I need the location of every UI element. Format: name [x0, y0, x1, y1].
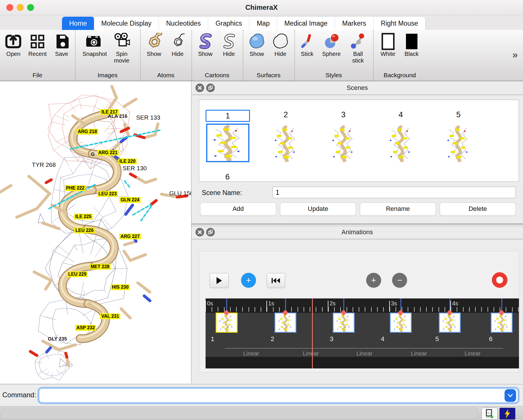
ruler-time-label: 2s	[330, 300, 336, 307]
animation-timeline[interactable]: 0s1s2s3s4s123456LinearLinearLinearLinear…	[206, 298, 519, 368]
residue-label-ala-216: ALA 216	[108, 113, 127, 119]
toolbar-button-label: Black	[405, 51, 419, 57]
scene-number[interactable]: 3	[341, 110, 345, 119]
toolbar-button-atoms-hide[interactable]: Hide	[169, 33, 186, 57]
toolbar-button-atoms-show[interactable]: Show	[145, 33, 163, 57]
command-input-focus-ring	[37, 387, 520, 404]
record-button[interactable]	[492, 272, 507, 288]
residue-label-his-230: HIS 230	[111, 284, 130, 290]
movie-camera-icon	[113, 33, 130, 50]
lightning-button[interactable]	[499, 408, 516, 420]
timeline-playhead[interactable]	[312, 298, 313, 368]
toolbar-button-label: Recent	[28, 51, 46, 57]
residue-label-arg-221: ARG 221	[97, 150, 119, 156]
residue-label-ile-220: ILE 220	[118, 158, 137, 164]
ruler-tick	[340, 307, 341, 312]
toolbar-group-cartoons: ShowHideCartoons	[191, 30, 243, 81]
toolbar-group-name: Images	[75, 72, 140, 79]
zoom-out-timeline-button[interactable]: −	[392, 273, 407, 288]
ruler-tick	[408, 307, 408, 312]
keyframe-number: 2	[271, 335, 274, 343]
atoms-hide-icon	[169, 33, 186, 50]
ruler-major-tick	[450, 301, 451, 312]
delete-button[interactable]: Delete	[440, 203, 516, 216]
transition-label: Linear	[411, 350, 427, 357]
residue-label-arg-218: ARG 218	[77, 129, 98, 135]
add-keyframe-button[interactable]: +	[241, 273, 256, 288]
toolbar-button-images-spin-movie[interactable]: Spin movie	[111, 33, 133, 64]
play-button[interactable]	[210, 273, 229, 288]
rename-button[interactable]: Rename	[360, 203, 436, 216]
ruler-tick	[506, 307, 506, 312]
toolbar-button-styles-stick[interactable]: Stick	[298, 33, 316, 57]
chimerax-window: ChimeraX HomeMolecule DisplayNucleotides…	[0, 0, 523, 420]
tab-molecule-display[interactable]: Molecule Display	[94, 17, 159, 30]
tab-markers[interactable]: Markers	[335, 17, 374, 30]
ruler-tick	[414, 307, 415, 312]
toolbar-button-background-white[interactable]: White	[379, 33, 397, 57]
toolbar-button-file-recent[interactable]: Recent	[28, 33, 46, 57]
ruler-tick	[322, 307, 323, 312]
ruler-tick	[518, 307, 519, 312]
save-icon	[53, 33, 70, 50]
ruler-tick	[432, 307, 433, 312]
tab-graphics[interactable]: Graphics	[208, 17, 249, 30]
command-label: Command:	[2, 391, 36, 399]
toolbar-button-label: Hide	[172, 51, 183, 57]
ruler-major-tick	[328, 301, 328, 312]
scene-thumbnail-1[interactable]	[206, 124, 249, 162]
scene-number-partial[interactable]: 6	[225, 173, 229, 181]
scene-number[interactable]: 4	[398, 110, 403, 119]
add-button[interactable]: Add	[200, 203, 276, 216]
command-input[interactable]	[43, 389, 488, 402]
toolbar-overflow-icon[interactable]: »	[512, 49, 518, 60]
ruler-tick	[353, 307, 353, 312]
update-button[interactable]: Update	[280, 203, 356, 216]
toolbar-button-styles-sphere[interactable]: Sphere	[322, 33, 341, 57]
tab-right-mouse[interactable]: Right Mouse	[374, 17, 426, 30]
scene-thumbnail-3[interactable]	[328, 125, 359, 162]
command-history-dropdown[interactable]	[505, 389, 516, 402]
ruler-tick	[261, 307, 261, 312]
tab-map[interactable]: Map	[249, 17, 277, 30]
timeline-ruler[interactable]	[206, 298, 519, 313]
scenes-list[interactable]: 123456	[199, 100, 519, 182]
toolbar-button-label: Spin movie	[111, 51, 133, 64]
scene-number[interactable]: 5	[456, 110, 460, 119]
residue-label-ser-133: SER 133	[136, 114, 160, 121]
scenes-panel-header: Scenes	[191, 81, 523, 95]
toolbar-button-file-open[interactable]: Open	[5, 33, 22, 57]
scene-thumbnail-2[interactable]	[270, 125, 302, 162]
toolbar-button-surfaces-show[interactable]: Show	[248, 33, 266, 57]
tab-nucleotides[interactable]: Nucleotides	[159, 17, 208, 30]
toolbar-button-images-snapshot[interactable]: Snapshot	[82, 33, 104, 57]
tab-medical-image[interactable]: Medical Image	[277, 17, 335, 30]
toolbar-group-name: Cartoons	[191, 72, 243, 79]
toolbar-button-file-save[interactable]: Save	[53, 33, 70, 57]
residue-label-val-231: VAL 231	[100, 313, 120, 319]
graphics-viewport[interactable]: ILE 217ALA 216SER 133ARG 218GARG 221ILE …	[0, 81, 191, 383]
scene-thumbnail-4[interactable]	[385, 125, 417, 162]
ruler-time-label: 3s	[391, 300, 397, 307]
scene-name-input[interactable]	[272, 187, 516, 198]
toolbar-button-cartoons-hide[interactable]: Hide	[220, 33, 238, 57]
rewind-button[interactable]	[267, 273, 285, 288]
toolbar-button-styles-ball-stick[interactable]: Ball stick	[347, 33, 369, 64]
scene-thumbnail-5[interactable]	[443, 125, 474, 162]
transition-label: Linear	[243, 350, 259, 357]
ruler-tick	[298, 307, 298, 312]
toolbar-button-surfaces-hide[interactable]: Hide	[272, 33, 289, 57]
ruler-tick	[218, 307, 218, 312]
zoom-in-timeline-button[interactable]: +	[366, 273, 381, 288]
status-bar	[0, 406, 523, 420]
tab-home[interactable]: Home	[62, 17, 94, 30]
selection-mode-button[interactable]	[481, 408, 498, 420]
scene-number[interactable]: 2	[283, 110, 288, 119]
toolbar-button-cartoons-show[interactable]: Show	[197, 33, 214, 57]
residue-label-met-228: MET 228	[90, 264, 111, 270]
ruler-tick	[242, 307, 243, 312]
scene-number-selected[interactable]: 1	[206, 110, 250, 122]
ruler-tick	[383, 307, 384, 312]
toolbar-button-background-black[interactable]: Black	[403, 33, 420, 57]
residue-label-gln-224: GLN 224	[120, 197, 141, 203]
